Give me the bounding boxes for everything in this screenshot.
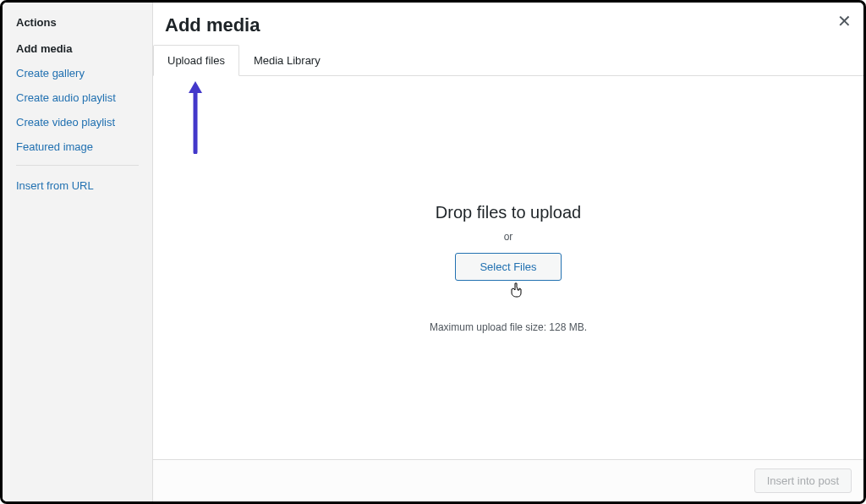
svg-marker-1 bbox=[189, 81, 202, 93]
sidebar-item-add-media[interactable]: Add media bbox=[16, 42, 139, 55]
tab-media-library[interactable]: Media Library bbox=[239, 45, 335, 75]
insert-into-post-button[interactable]: Insert into post bbox=[754, 468, 852, 493]
sidebar-divider bbox=[16, 165, 139, 166]
sidebar-title: Actions bbox=[16, 16, 139, 29]
tabs-row: Upload files Media Library bbox=[153, 45, 863, 76]
sidebar-item-create-video-playlist[interactable]: Create video playlist bbox=[16, 116, 139, 129]
select-files-button[interactable]: Select Files bbox=[455, 253, 561, 281]
close-icon: ✕ bbox=[837, 12, 852, 30]
modal-header: Add media ✕ bbox=[153, 3, 863, 45]
annotation-arrow-icon bbox=[187, 81, 204, 157]
max-upload-size-text: Maximum upload file size: 128 MB. bbox=[430, 321, 587, 333]
main-panel: Add media ✕ Upload files Media Library D… bbox=[153, 3, 863, 501]
modal-footer: Insert into post bbox=[153, 459, 863, 501]
page-title: Add media bbox=[165, 14, 260, 36]
sidebar-item-insert-from-url[interactable]: Insert from URL bbox=[16, 179, 139, 192]
actions-sidebar: Actions Add media Create gallery Create … bbox=[3, 3, 153, 501]
tab-upload-files[interactable]: Upload files bbox=[153, 45, 239, 76]
cursor-pointer-icon bbox=[510, 282, 523, 301]
upload-area[interactable]: Drop files to upload or Select Files Max… bbox=[153, 76, 863, 459]
or-text: or bbox=[504, 231, 513, 243]
sidebar-item-create-audio-playlist[interactable]: Create audio playlist bbox=[16, 91, 139, 104]
drop-files-text: Drop files to upload bbox=[436, 203, 581, 222]
close-button[interactable]: ✕ bbox=[837, 13, 852, 30]
sidebar-item-create-gallery[interactable]: Create gallery bbox=[16, 67, 139, 79]
sidebar-item-featured-image[interactable]: Featured image bbox=[16, 140, 139, 153]
